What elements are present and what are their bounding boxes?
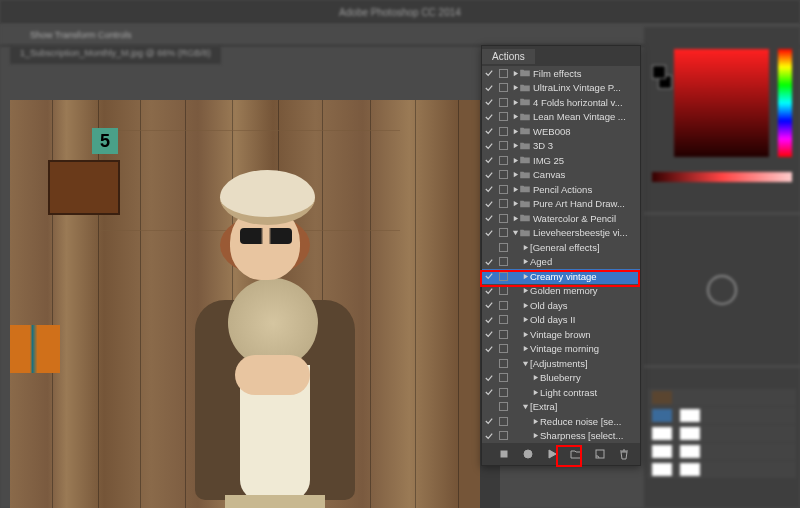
- chevron-right-icon[interactable]: [510, 215, 520, 222]
- chevron-right-icon[interactable]: [510, 171, 520, 178]
- toggle-check-icon[interactable]: [482, 156, 496, 164]
- document-canvas[interactable]: 5: [10, 100, 500, 508]
- chevron-right-icon[interactable]: [520, 316, 530, 323]
- action-row[interactable]: Old days II: [482, 313, 640, 328]
- chevron-right-icon[interactable]: [530, 432, 540, 439]
- chevron-right-icon[interactable]: [510, 70, 520, 77]
- action-row[interactable]: Pure Art Hand Draw...: [482, 197, 640, 212]
- toggle-check-icon[interactable]: [482, 185, 496, 193]
- dialog-toggle[interactable]: [496, 141, 510, 150]
- dialog-toggle[interactable]: [496, 156, 510, 165]
- toggle-check-icon[interactable]: [482, 258, 496, 266]
- dialog-toggle[interactable]: [496, 272, 510, 281]
- dialog-toggle[interactable]: [496, 83, 510, 92]
- chevron-right-icon[interactable]: [510, 186, 520, 193]
- action-row[interactable]: Blueberry: [482, 371, 640, 386]
- dialog-toggle[interactable]: [496, 431, 510, 440]
- action-row[interactable]: Old days: [482, 298, 640, 313]
- chevron-right-icon[interactable]: [530, 389, 540, 396]
- toggle-check-icon[interactable]: [482, 113, 496, 121]
- toggle-check-icon[interactable]: [482, 69, 496, 77]
- new-set-button[interactable]: [568, 446, 584, 462]
- chevron-right-icon[interactable]: [520, 345, 530, 352]
- dialog-toggle[interactable]: [496, 199, 510, 208]
- chevron-down-icon[interactable]: [510, 229, 520, 236]
- dialog-toggle[interactable]: [496, 388, 510, 397]
- action-row[interactable]: Film effects: [482, 66, 640, 81]
- chevron-down-icon[interactable]: [520, 360, 530, 367]
- chevron-right-icon[interactable]: [510, 128, 520, 135]
- action-row[interactable]: 3D 3: [482, 139, 640, 154]
- toggle-check-icon[interactable]: [482, 287, 496, 295]
- dialog-toggle[interactable]: [496, 330, 510, 339]
- stop-button[interactable]: [496, 446, 512, 462]
- chevron-right-icon[interactable]: [510, 84, 520, 91]
- layers-panel[interactable]: [644, 368, 800, 508]
- chevron-down-icon[interactable]: [520, 403, 530, 410]
- dialog-toggle[interactable]: [496, 214, 510, 223]
- action-row[interactable]: Vintage morning: [482, 342, 640, 357]
- toggle-check-icon[interactable]: [482, 98, 496, 106]
- toggle-check-icon[interactable]: [482, 84, 496, 92]
- dialog-toggle[interactable]: [496, 98, 510, 107]
- action-row[interactable]: UltraLinx Vintage P...: [482, 81, 640, 96]
- tab-actions[interactable]: Actions: [482, 49, 535, 64]
- action-row[interactable]: Creamy vintage: [482, 269, 640, 284]
- toggle-check-icon[interactable]: [482, 345, 496, 353]
- toggle-check-icon[interactable]: [482, 127, 496, 135]
- record-button[interactable]: [520, 446, 536, 462]
- dialog-toggle[interactable]: [496, 228, 510, 237]
- toggle-check-icon[interactable]: [482, 142, 496, 150]
- toggle-check-icon[interactable]: [482, 330, 496, 338]
- dialog-toggle[interactable]: [496, 402, 510, 411]
- toggle-check-icon[interactable]: [482, 374, 496, 382]
- toggle-check-icon[interactable]: [482, 272, 496, 280]
- chevron-right-icon[interactable]: [510, 157, 520, 164]
- dialog-toggle[interactable]: [496, 359, 510, 368]
- toggle-check-icon[interactable]: [482, 301, 496, 309]
- action-row[interactable]: [Adjustments]: [482, 356, 640, 371]
- action-row[interactable]: 4 Folds horizontal v...: [482, 95, 640, 110]
- chevron-right-icon[interactable]: [520, 302, 530, 309]
- dialog-toggle[interactable]: [496, 344, 510, 353]
- action-row[interactable]: Watercolor & Pencil: [482, 211, 640, 226]
- chevron-right-icon[interactable]: [520, 331, 530, 338]
- dialog-toggle[interactable]: [496, 417, 510, 426]
- dialog-toggle[interactable]: [496, 127, 510, 136]
- toggle-check-icon[interactable]: [482, 316, 496, 324]
- color-panel[interactable]: [644, 27, 800, 212]
- dialog-toggle[interactable]: [496, 301, 510, 310]
- action-row[interactable]: Lean Mean Vintage ...: [482, 110, 640, 125]
- toggle-check-icon[interactable]: [482, 417, 496, 425]
- action-row[interactable]: Pencil Actions: [482, 182, 640, 197]
- dialog-toggle[interactable]: [496, 315, 510, 324]
- action-row[interactable]: Lieveheersbeestje vi...: [482, 226, 640, 241]
- dialog-toggle[interactable]: [496, 112, 510, 121]
- action-row[interactable]: Golden memory: [482, 284, 640, 299]
- dialog-toggle[interactable]: [496, 170, 510, 179]
- dialog-toggle[interactable]: [496, 185, 510, 194]
- toggle-check-icon[interactable]: [482, 388, 496, 396]
- toggle-check-icon[interactable]: [482, 200, 496, 208]
- action-row[interactable]: [General effects]: [482, 240, 640, 255]
- dialog-toggle[interactable]: [496, 373, 510, 382]
- dialog-toggle[interactable]: [496, 257, 510, 266]
- toggle-check-icon[interactable]: [482, 171, 496, 179]
- libraries-panel[interactable]: [644, 215, 800, 365]
- action-row[interactable]: Vintage brown: [482, 327, 640, 342]
- dialog-toggle[interactable]: [496, 69, 510, 78]
- document-tab[interactable]: 1_Subscription_Monthly_M.jpg @ 66% (RGB/…: [10, 46, 221, 64]
- chevron-right-icon[interactable]: [530, 418, 540, 425]
- chevron-right-icon[interactable]: [510, 142, 520, 149]
- chevron-right-icon[interactable]: [530, 374, 540, 381]
- chevron-right-icon[interactable]: [520, 244, 530, 251]
- panel-menu-button[interactable]: [628, 51, 640, 62]
- toggle-check-icon[interactable]: [482, 214, 496, 222]
- action-row[interactable]: Aged: [482, 255, 640, 270]
- toggle-check-icon[interactable]: [482, 432, 496, 440]
- play-button[interactable]: [544, 446, 560, 462]
- chevron-right-icon[interactable]: [510, 99, 520, 106]
- dialog-toggle[interactable]: [496, 286, 510, 295]
- toggle-check-icon[interactable]: [482, 229, 496, 237]
- action-row[interactable]: Sharpness [select...: [482, 429, 640, 444]
